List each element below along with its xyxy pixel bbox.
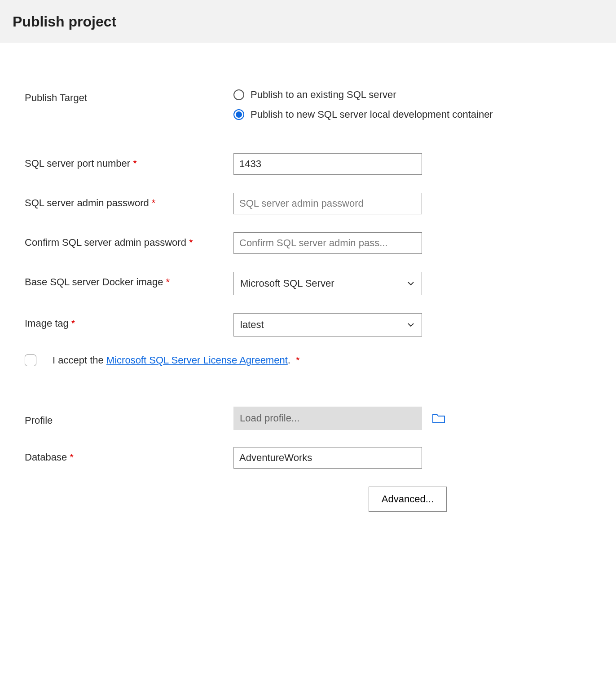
image-tag-value: latest: [240, 319, 264, 331]
license-link[interactable]: Microsoft SQL Server License Agreement: [106, 354, 288, 366]
license-row: I accept the Microsoft SQL Server Licens…: [25, 354, 591, 366]
page-title: Publish project: [13, 13, 603, 30]
required-indicator: *: [71, 318, 75, 329]
radio-circle-selected-icon: [233, 109, 244, 120]
required-indicator: *: [189, 237, 193, 248]
confirm-password-label: Confirm SQL server admin password*: [25, 232, 233, 248]
admin-password-label: SQL server admin password*: [25, 193, 233, 209]
radio-new-container-label: Publish to new SQL server local developm…: [251, 107, 493, 122]
folder-icon[interactable]: [432, 412, 445, 424]
chevron-down-icon: [406, 320, 415, 329]
license-prefix: I accept the: [53, 354, 106, 366]
required-indicator: *: [166, 276, 170, 288]
docker-image-select[interactable]: Microsoft SQL Server: [233, 272, 422, 295]
radio-existing-label: Publish to an existing SQL server: [251, 88, 396, 102]
database-row: Database*: [25, 447, 591, 469]
port-label-text: SQL server port number: [25, 158, 130, 169]
publish-target-radio-group: Publish to an existing SQL server Publis…: [233, 88, 591, 122]
publish-target-label: Publish Target: [25, 88, 233, 104]
database-label-text: Database: [25, 452, 67, 463]
profile-placeholder: Load profile...: [240, 412, 299, 424]
profile-row: Profile Load profile...: [25, 407, 591, 430]
form-content: Publish Target Publish to an existing SQ…: [0, 43, 616, 530]
admin-password-row: SQL server admin password*: [25, 193, 591, 214]
required-indicator: *: [296, 354, 300, 366]
publish-target-row: Publish Target Publish to an existing SQ…: [25, 88, 591, 122]
port-input[interactable]: [233, 153, 422, 175]
profile-label: Profile: [25, 410, 233, 426]
license-suffix: .: [288, 354, 290, 366]
radio-existing-server[interactable]: Publish to an existing SQL server: [233, 88, 591, 102]
license-checkbox[interactable]: [25, 354, 36, 366]
advanced-button[interactable]: Advanced...: [369, 487, 447, 512]
confirm-password-input[interactable]: [233, 232, 422, 254]
docker-image-value: Microsoft SQL Server: [240, 278, 334, 289]
docker-image-label-text: Base SQL server Docker image: [25, 276, 163, 288]
confirm-password-row: Confirm SQL server admin password*: [25, 232, 591, 254]
port-label: SQL server port number*: [25, 153, 233, 169]
required-indicator: *: [152, 197, 156, 208]
database-input[interactable]: [233, 447, 422, 469]
advanced-row: Advanced...: [25, 487, 447, 512]
chevron-down-icon: [406, 279, 415, 288]
docker-image-row: Base SQL server Docker image* Microsoft …: [25, 272, 591, 295]
image-tag-label: Image tag*: [25, 313, 233, 329]
required-indicator: *: [70, 452, 74, 463]
port-row: SQL server port number*: [25, 153, 591, 175]
radio-new-container[interactable]: Publish to new SQL server local developm…: [233, 107, 591, 122]
confirm-password-label-text: Confirm SQL server admin password: [25, 237, 186, 248]
admin-password-label-text: SQL server admin password: [25, 197, 149, 208]
admin-password-input[interactable]: [233, 193, 422, 214]
radio-circle-icon: [233, 89, 244, 100]
license-text: I accept the Microsoft SQL Server Licens…: [53, 354, 300, 366]
image-tag-label-text: Image tag: [25, 318, 69, 329]
database-label: Database*: [25, 447, 233, 463]
profile-input[interactable]: Load profile...: [233, 407, 422, 430]
docker-image-label: Base SQL server Docker image*: [25, 272, 233, 288]
image-tag-select[interactable]: latest: [233, 313, 422, 337]
required-indicator: *: [133, 158, 137, 169]
dialog-header: Publish project: [0, 0, 616, 43]
image-tag-row: Image tag* latest: [25, 313, 591, 337]
